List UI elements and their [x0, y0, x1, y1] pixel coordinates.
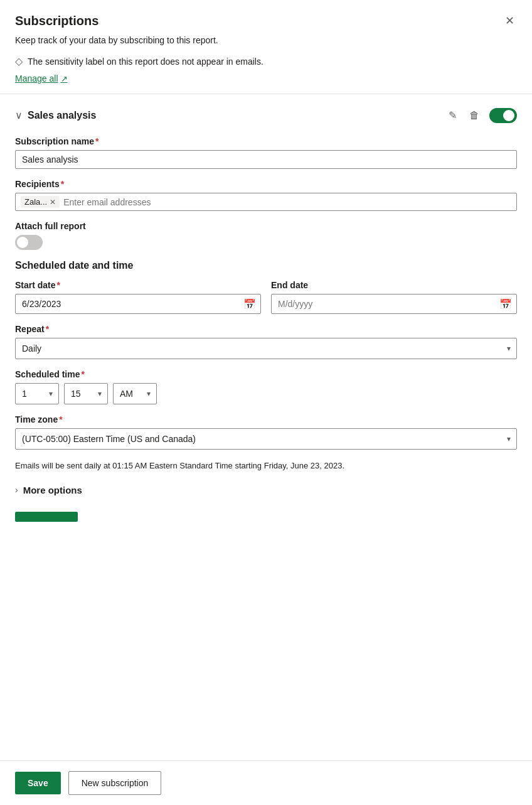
manage-all-link[interactable]: Manage all ↗	[15, 73, 68, 84]
panel-subtitle: Keep track of your data by subscribing t…	[0, 35, 532, 51]
sensitivity-text: The sensitivity label on this report doe…	[28, 57, 263, 67]
required-star-time: *	[81, 369, 84, 379]
subscriptions-panel: Subscriptions ✕ Keep track of your data …	[0, 0, 532, 805]
minute-select[interactable]: 00153045	[64, 383, 108, 404]
close-button[interactable]: ✕	[503, 13, 517, 29]
edit-icon: ✎	[449, 110, 457, 121]
subscription-header-left: ∨ Sales analysis	[15, 109, 96, 121]
end-date-input[interactable]	[271, 294, 517, 314]
start-date-label: Start date*	[15, 280, 261, 290]
required-star-repeat: *	[46, 324, 49, 334]
required-star: *	[95, 136, 98, 146]
schedule-section: Scheduled date and time Start date* 📅 En…	[15, 260, 517, 524]
required-star-start: *	[57, 280, 60, 290]
end-date-group: End date 📅	[271, 280, 517, 314]
subscription-header-name: Sales analysis	[28, 110, 96, 121]
sensitivity-icon: ◇	[15, 55, 23, 67]
sensitivity-row: ◇ The sensitivity label on this report d…	[0, 51, 532, 71]
remove-recipient-button[interactable]: ✕	[50, 198, 56, 207]
toggle-slider	[489, 108, 517, 123]
header-actions: ✎ 🗑	[446, 107, 517, 124]
subscription-toggle[interactable]	[489, 108, 517, 123]
attach-toggle-slider	[15, 235, 43, 250]
date-row: Start date* 📅 End date 📅	[15, 280, 517, 314]
panel-title: Subscriptions	[15, 14, 98, 28]
subscription-name-input[interactable]	[15, 150, 517, 169]
timezone-select-wrapper: (UTC-05:00) Eastern Time (US and Canada)…	[15, 428, 517, 450]
attach-full-report-label: Attach full report	[15, 221, 517, 231]
external-link-icon: ↗	[61, 74, 68, 84]
subscription-name-label: Subscription name*	[15, 136, 517, 146]
save-button[interactable]: Save	[15, 772, 61, 794]
ampm-select-wrapper: AMPM ▾	[113, 383, 157, 404]
subscription-header: ∨ Sales analysis ✎ 🗑	[15, 107, 517, 124]
repeat-label: Repeat*	[15, 324, 517, 334]
panel-header: Subscriptions ✕	[0, 0, 532, 35]
schedule-summary: Emails will be sent daily at 01:15 AM Ea…	[15, 460, 517, 472]
manage-all-row: Manage all ↗	[0, 71, 532, 91]
bottom-bar: Save New subscription	[0, 760, 532, 805]
attach-toggle[interactable]	[15, 235, 43, 250]
end-date-label: End date	[271, 280, 517, 290]
hour-select-wrapper: 1234 5678 9101112 ▾	[15, 383, 59, 404]
scheduled-time-group: Scheduled time* 1234 5678 9101112 ▾ 0015…	[15, 369, 517, 404]
ampm-select[interactable]: AMPM	[113, 383, 157, 404]
more-options-label: More options	[23, 485, 82, 495]
time-row: 1234 5678 9101112 ▾ 00153045 ▾	[15, 383, 517, 404]
hour-select[interactable]: 1234 5678 9101112	[15, 383, 59, 404]
scheduled-time-label: Scheduled time*	[15, 369, 517, 379]
edit-button[interactable]: ✎	[446, 107, 459, 124]
minute-select-wrapper: 00153045 ▾	[64, 383, 108, 404]
schedule-section-heading: Scheduled date and time	[15, 260, 517, 271]
recipient-tag: Zala... ✕	[21, 196, 60, 208]
repeat-select-wrapper: Daily Weekly Monthly Hourly ▾	[15, 338, 517, 359]
subscription-section: ∨ Sales analysis ✎ 🗑 Subscription name*	[0, 97, 532, 584]
subscription-name-group: Subscription name*	[15, 136, 517, 169]
delete-icon: 🗑	[469, 110, 479, 121]
recipients-group: Recipients* Zala... ✕	[15, 179, 517, 211]
recipients-label: Recipients*	[15, 179, 517, 189]
recipients-input[interactable]	[63, 197, 511, 207]
partial-save-hint	[15, 512, 78, 522]
start-date-wrapper: 📅	[15, 294, 261, 314]
attach-toggle-wrapper	[15, 235, 517, 250]
divider	[0, 94, 532, 94]
attach-full-report-group: Attach full report	[15, 221, 517, 250]
timezone-label: Time zone*	[15, 414, 517, 424]
repeat-select[interactable]: Daily Weekly Monthly Hourly	[15, 338, 517, 359]
recipient-tag-text: Zala...	[24, 197, 47, 207]
delete-button[interactable]: 🗑	[467, 107, 482, 124]
timezone-select[interactable]: (UTC-05:00) Eastern Time (US and Canada)…	[15, 428, 517, 450]
more-options-row[interactable]: › More options	[15, 480, 517, 500]
new-subscription-button[interactable]: New subscription	[68, 771, 162, 795]
more-options-chevron-icon: ›	[15, 485, 18, 495]
end-date-wrapper: 📅	[271, 294, 517, 314]
start-date-group: Start date* 📅	[15, 280, 261, 314]
timezone-group: Time zone* (UTC-05:00) Eastern Time (US …	[15, 414, 517, 450]
collapse-chevron-icon[interactable]: ∨	[15, 109, 23, 121]
recipients-field[interactable]: Zala... ✕	[15, 193, 517, 211]
required-star-tz: *	[59, 414, 62, 424]
start-date-input[interactable]	[15, 294, 261, 314]
repeat-group: Repeat* Daily Weekly Monthly Hourly ▾	[15, 324, 517, 359]
required-star-recipients: *	[61, 179, 64, 189]
